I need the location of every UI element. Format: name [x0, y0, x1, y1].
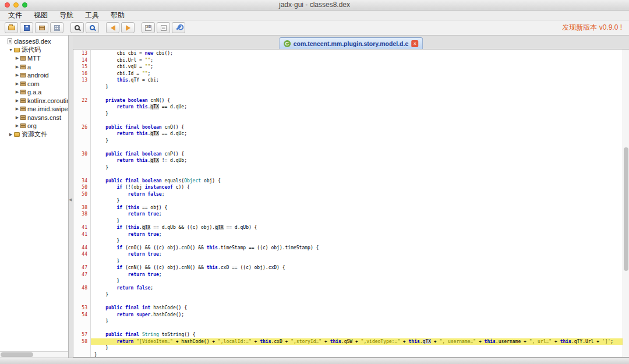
toolbar-settings-button[interactable]: [172, 22, 185, 33]
toolbar-forward-button[interactable]: [121, 22, 135, 33]
code-line[interactable]: 58 return "[VideoItem=" + hashCode() + "…: [73, 338, 623, 345]
sidebar-item-pkg-mtt[interactable]: ▶MTT: [0, 54, 68, 63]
code-line[interactable]: }: [73, 84, 623, 91]
code-line[interactable]: 34 public final boolean equals(Object ob…: [73, 178, 623, 185]
code-line[interactable]: 14 cbi.Url = "";: [73, 57, 623, 64]
menu-item-file[interactable]: 文件: [2, 10, 28, 20]
toolbar-back-button[interactable]: [106, 22, 119, 33]
code-line[interactable]: 16 cbi.Id = "";: [73, 70, 623, 77]
code-line[interactable]: return this.qTX != d.qUb;: [73, 157, 623, 164]
menu-item-navigation[interactable]: 导航: [54, 10, 79, 20]
sidebar-item-pkg-a[interactable]: ▶a: [0, 63, 68, 72]
update-notice-link[interactable]: 发现新版本 v0.9.0 !: [562, 23, 624, 33]
sidebar-item-pkg-com[interactable]: ▶com: [0, 80, 68, 89]
code-line[interactable]: [73, 325, 623, 332]
toolbar-open-file-button[interactable]: [5, 22, 18, 33]
code-line[interactable]: [73, 298, 623, 305]
sidebar-item-pkg-g-a-a[interactable]: ▶g.a.a: [0, 88, 68, 97]
code-line[interactable]: 13 this.qTY = cbi;: [73, 77, 623, 84]
code-line[interactable]: }: [73, 278, 623, 285]
chevron-right-icon[interactable]: ▶: [15, 65, 20, 69]
code-line[interactable]: }: [73, 111, 623, 118]
sidebar-item-source-code[interactable]: ▼源代码: [0, 46, 68, 55]
panel-splitter[interactable]: ◀: [69, 36, 73, 358]
code-lines[interactable]: 13 cbi cbi = new cbi();14 cbi.Url = "";1…: [73, 50, 623, 357]
code-line[interactable]: [73, 144, 623, 151]
toolbar-log-viewer-button[interactable]: [157, 22, 170, 33]
sidebar-item-pkg-kotlinx-coroutines[interactable]: ▶kotlinx.coroutin: [0, 97, 68, 105]
code-line[interactable]: 15 cbi.vqU = "";: [73, 63, 623, 70]
code-line[interactable]: }: [73, 291, 623, 298]
code-line[interactable]: }: [73, 258, 623, 265]
toolbar-deobfuscation-button[interactable]: [142, 22, 155, 33]
chevron-right-icon[interactable]: ▶: [15, 82, 20, 86]
toolbar-flat-packages-button[interactable]: [50, 22, 63, 33]
horizontal-scrollbar-thumb[interactable]: [1, 352, 33, 357]
menu-item-help[interactable]: 帮助: [105, 10, 130, 20]
code-line[interactable]: 44 return true;: [73, 251, 623, 258]
code-line[interactable]: 13 cbi cbi = new cbi();: [73, 50, 623, 57]
code-line[interactable]: 26 public final boolean cnO() {: [73, 124, 623, 131]
tab-close-icon[interactable]: ×: [411, 40, 418, 47]
code-line[interactable]: 41 return true;: [73, 231, 623, 238]
code-line[interactable]: }: [73, 238, 623, 245]
code-line[interactable]: 57 public final String toString() {: [73, 331, 623, 338]
sidebar-item-pkg-android[interactable]: ▶android: [0, 71, 68, 80]
code-line[interactable]: }: [73, 164, 623, 171]
toolbar-class-search-button[interactable]: [86, 22, 99, 33]
sidebar-item-resource-files[interactable]: ▶资源文件: [0, 130, 68, 139]
close-window-button[interactable]: [5, 2, 10, 8]
chevron-right-icon[interactable]: ▶: [15, 73, 20, 77]
minimize-window-button[interactable]: [13, 2, 19, 8]
code-line[interactable]: [73, 117, 623, 124]
code-line[interactable]: 47 if (cnN() && ((c) obj).cnN() && this.…: [73, 264, 623, 271]
code-editor[interactable]: 13 cbi cbi = new cbi();14 cbi.Url = "";1…: [73, 49, 629, 358]
code-line[interactable]: 41 if (this.qTX == d.qUb && ((c) obj).qT…: [73, 224, 623, 231]
code-line[interactable]: }: [73, 137, 623, 144]
code-line[interactable]: 53 public final int hashCode() {: [73, 305, 623, 312]
code-line[interactable]: 54 return super.hashCode();: [73, 312, 623, 319]
code-line[interactable]: 47 return true;: [73, 271, 623, 278]
code-line[interactable]: 48 return false;: [73, 285, 623, 292]
code-line[interactable]: 50 if (!(obj instanceof c)) {: [73, 184, 623, 191]
code-line[interactable]: return this.qTX == d.qUc;: [73, 130, 623, 137]
chevron-right-icon[interactable]: ▶: [15, 115, 20, 120]
tab-class[interactable]: C com.tencent.mm.plugin.story.model.d.c …: [279, 37, 423, 49]
code-line[interactable]: return this.qTX == d.qUe;: [73, 104, 623, 111]
toolbar-export-code-button[interactable]: [35, 22, 48, 33]
sidebar-item-pkg-me-imid-swipeback[interactable]: ▶me.imid.swipeb: [0, 105, 68, 114]
code-line[interactable]: 50 return false;: [73, 191, 623, 198]
window-bottom-edge: [0, 358, 629, 364]
chevron-right-icon[interactable]: ▶: [15, 107, 20, 111]
toolbar-text-search-button[interactable]: [70, 22, 84, 33]
chevron-right-icon[interactable]: ▶: [15, 90, 20, 94]
sidebar-horizontal-scrollbar[interactable]: [0, 351, 68, 358]
chevron-right-icon[interactable]: ▶: [15, 56, 20, 61]
sidebar-item-classes8-dex[interactable]: classes8.dex: [0, 37, 68, 46]
chevron-right-icon[interactable]: ▶: [8, 132, 13, 137]
chevron-right-icon[interactable]: ▶: [15, 123, 20, 128]
collapse-sidebar-icon[interactable]: ◀: [69, 197, 72, 202]
code-line[interactable]: [73, 90, 623, 97]
sidebar-item-pkg-navsns-cnst[interactable]: ▶navsns.cnst: [0, 114, 68, 122]
chevron-right-icon[interactable]: ▶: [15, 98, 20, 103]
zoom-window-button[interactable]: [22, 2, 27, 8]
vertical-scrollbar[interactable]: [623, 50, 629, 357]
code-line[interactable]: 38 return true;: [73, 211, 623, 218]
menu-item-view[interactable]: 视图: [28, 10, 54, 20]
code-line[interactable]: 44 if (cnO() && ((c) obj).cnO() && this.…: [73, 245, 623, 252]
sidebar-item-pkg-org[interactable]: ▶org: [0, 122, 68, 130]
menu-item-tools[interactable]: 工具: [79, 10, 105, 20]
code-line[interactable]: 38 if (this == obj) {: [73, 204, 623, 211]
chevron-down-icon[interactable]: ▼: [8, 48, 13, 52]
code-line[interactable]: }: [73, 218, 623, 225]
code-line[interactable]: }: [73, 345, 623, 352]
code-line[interactable]: }: [73, 197, 623, 204]
code-line[interactable]: 30 public final boolean cnP() {: [73, 151, 623, 158]
code-line[interactable]: [73, 171, 623, 178]
code-line[interactable]: 22 private boolean cnN() {: [73, 97, 623, 104]
vertical-scrollbar-thumb[interactable]: [624, 147, 628, 271]
code-line[interactable]: }: [73, 352, 623, 358]
code-line[interactable]: }: [73, 318, 623, 325]
toolbar-save-all-button[interactable]: [20, 22, 33, 33]
